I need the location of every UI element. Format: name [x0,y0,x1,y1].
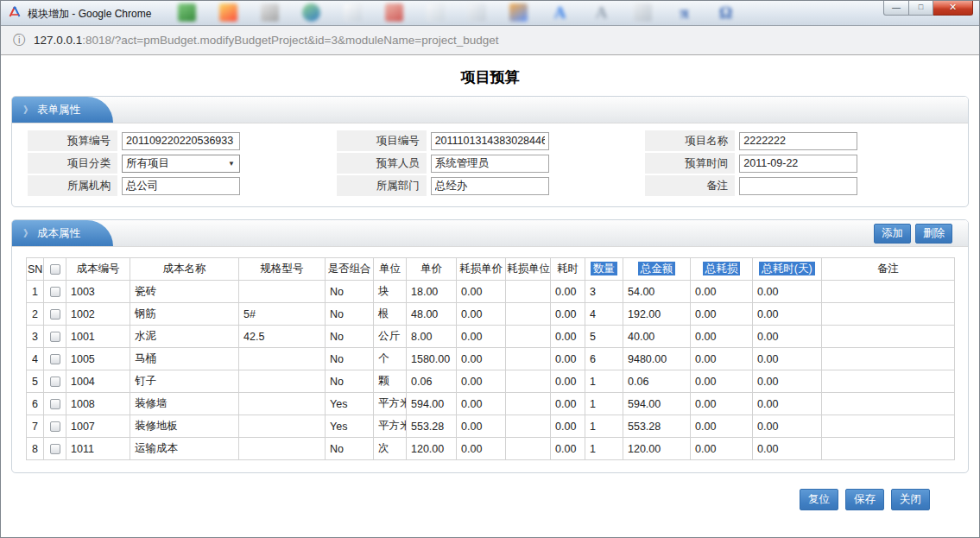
department-input[interactable] [431,177,549,195]
row-cell: 根 [374,303,407,326]
row-cell: 5# [239,303,326,326]
row-cell [822,348,955,370]
organization-input[interactable] [122,177,240,195]
letter-a-gray-icon: A [592,3,610,22]
row-sn: 6 [27,393,44,415]
titlebar-bg-icons: AAπΩ [178,3,735,22]
minimize-button[interactable]: — [883,1,909,16]
row-cell: 水泥 [130,326,239,348]
cost-table: SN成本编号成本名称规格型号是否组合单位单价耗损单价耗损单位耗时数量总金额总耗损… [26,257,955,460]
row-cell: No [326,326,374,348]
row-checkbox-cell [44,438,66,460]
row-cell: 1001 [66,326,130,348]
row-cell [506,370,551,393]
row-cell: 6 [585,348,623,370]
row-checkbox[interactable] [50,377,60,387]
row-cell [239,415,326,438]
row-cell: No [326,348,374,370]
document-white-icon [427,3,445,22]
table-row: 21002钢筋5#No根48.000.000.004192.000.000.00 [27,303,955,326]
close-window-button[interactable]: ✕ [933,1,973,16]
row-cell: 1011 [66,438,130,460]
delete-row-button[interactable]: 删除 [915,224,952,244]
row-checkbox[interactable] [50,421,60,432]
remark-input[interactable] [739,177,857,195]
add-row-button[interactable]: 添加 [874,224,911,244]
row-cell: 5 [585,326,623,348]
reset-button[interactable]: 复位 [800,489,838,510]
row-cell: 1 [585,415,623,438]
window-titlebar: AAπΩ 模块增加 - Google Chrome — □ ✕ [1,1,979,26]
row-cell [239,348,326,370]
project-no-input[interactable] [431,132,549,150]
form-panel-header: 》表单属性 [12,97,968,123]
row-checkbox[interactable] [50,332,60,342]
maximize-button[interactable]: □ [909,1,933,16]
row-checkbox[interactable] [50,354,60,364]
row-checkbox[interactable] [50,287,60,297]
row-checkbox[interactable] [50,444,60,454]
row-sn: 5 [27,370,44,393]
row-cell: Yes [326,393,374,415]
table-row: 51004钉子No颗0.060.000.0010.060.000.00 [27,370,955,393]
page-info-icon[interactable]: ⓘ [13,33,25,48]
table-row: 11003瓷砖No块18.000.000.00354.000.000.00 [27,281,955,303]
budget-person-input[interactable] [431,155,549,173]
row-cell [239,438,326,460]
form-row: 所属机构所属部门备注 [28,175,952,196]
footer-buttons: 复位保存关闭 [11,485,969,510]
cost-panel-tab: 》成本属性 [12,220,113,246]
budget-person-cell [428,153,644,174]
row-cell: 1005 [66,348,130,370]
project-category-cell: 所有项目▼ [119,153,335,174]
row-cell: 0.00 [691,348,753,370]
bar-chart-colored-icon [219,3,237,22]
row-cell: 0.00 [457,326,506,348]
row-cell [239,370,326,393]
row-cell: 1008 [66,393,130,415]
row-cell: 594.00 [623,393,691,415]
omega-symbol-icon: Ω [717,3,735,22]
row-cell [506,415,551,438]
save-button[interactable]: 保存 [845,489,884,510]
row-cell: 1004 [66,370,130,393]
row-cell: 0.00 [551,393,585,415]
row-checkbox[interactable] [50,309,60,320]
row-cell: 0.00 [691,303,753,326]
row-checkbox-cell [44,370,66,393]
window-title: 模块增加 - Google Chrome [28,7,151,22]
row-cell: 块 [374,281,407,303]
budget-no-input[interactable] [122,132,240,150]
project-name-input[interactable] [739,132,857,150]
cost-panel-header: 》成本属性 添加 删除 [12,220,968,247]
close-button[interactable]: 关闭 [891,489,930,510]
project-category-selected-value: 所有项目 [126,156,169,171]
globe-blue-icon [302,3,320,22]
remark-label: 备注 [645,175,735,196]
row-cell: 8.00 [407,326,457,348]
row-cell: 1 [585,438,623,460]
row-cell [506,393,551,415]
double-angle-icon: 》 [23,228,33,238]
column-header-highlighted: 总金额 [623,258,691,281]
row-checkbox-cell [44,348,66,370]
project-category-label: 项目分类 [28,153,117,174]
project-category-select[interactable]: 所有项目▼ [122,155,240,173]
row-cell: 0.00 [551,281,585,303]
row-cell [822,415,955,438]
select-all-checkbox[interactable] [50,264,60,275]
cost-attributes-panel: 》成本属性 添加 删除 SN成本编号成本名称规格型号是否组合单位单价耗损单价耗损… [11,219,969,473]
form-grid: 预算编号项目编号项目名称项目分类所有项目▼预算人员预算时间所属机构所属部门备注 [26,129,954,198]
column-header: SN [27,258,44,281]
app-orange-blue-icon [509,3,528,22]
row-cell: 4 [585,303,623,326]
url-bar[interactable]: ⓘ 127.0.0.1:8018/?act=pmBudget.modifyBud… [1,26,979,55]
column-header-highlighted: 数量 [585,258,623,281]
row-checkbox[interactable] [50,399,60,409]
row-cell [822,281,955,303]
row-sn: 2 [27,303,44,326]
document-white-icon [344,3,362,22]
row-checkbox-cell [44,303,66,326]
budget-time-input[interactable] [739,155,857,173]
row-cell: 0.00 [457,393,506,415]
